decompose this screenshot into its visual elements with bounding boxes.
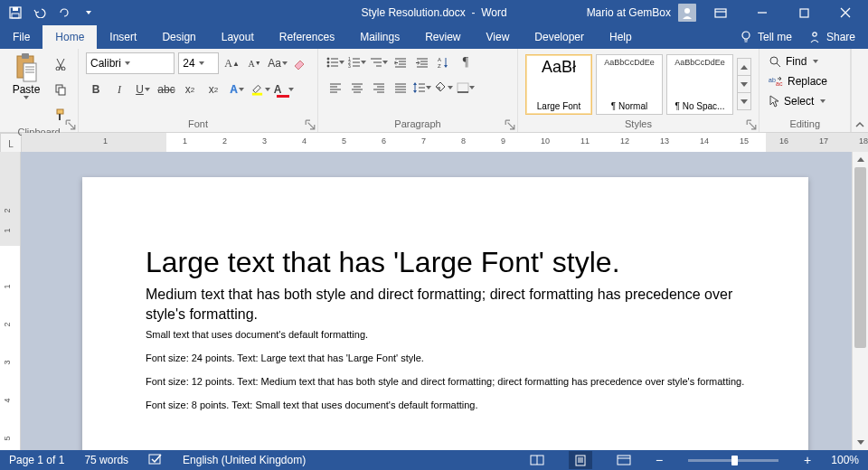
- zoom-in-button[interactable]: +: [804, 453, 811, 467]
- ribbon: Paste Clipboard Calibri 24 A▲ A▼ Aa: [0, 49, 868, 133]
- doc-paragraph[interactable]: Small text that uses document's default …: [146, 329, 745, 340]
- doc-paragraph[interactable]: Large text that has 'Large Font' style.: [146, 246, 745, 279]
- decrease-indent-button[interactable]: [391, 52, 410, 72]
- group-editing: Find abacReplace Select Editing: [760, 49, 851, 132]
- tab-layout[interactable]: Layout: [209, 25, 267, 49]
- redo-button[interactable]: [52, 1, 76, 24]
- doc-paragraph[interactable]: Medium text that has both style and dire…: [146, 285, 745, 324]
- paste-icon: [14, 52, 39, 83]
- tab-references[interactable]: References: [267, 25, 347, 49]
- increase-indent-button[interactable]: [412, 52, 432, 72]
- zoom-slider[interactable]: [688, 459, 778, 462]
- group-clipboard: Paste Clipboard: [0, 49, 79, 132]
- svg-rect-2: [12, 14, 19, 18]
- document-area: 2 1 1 2 3 4 5 Large text that has 'Large…: [0, 152, 868, 450]
- status-language[interactable]: English (United Kingdom): [183, 454, 306, 466]
- doc-paragraph[interactable]: Font size: 24 points. Text: Large text t…: [146, 352, 745, 363]
- bullets-button[interactable]: [326, 52, 345, 72]
- svg-point-77: [770, 57, 778, 64]
- tell-me[interactable]: Tell me: [740, 31, 792, 43]
- account-avatar-icon[interactable]: [678, 4, 696, 22]
- select-button[interactable]: Select: [767, 92, 843, 110]
- view-read-mode-button[interactable]: [525, 451, 549, 469]
- save-button[interactable]: [4, 1, 27, 24]
- dialog-launcher-icon[interactable]: [505, 119, 515, 130]
- shading-button[interactable]: [434, 78, 454, 98]
- change-case-button[interactable]: Aa: [268, 53, 288, 73]
- tab-design[interactable]: Design: [149, 25, 208, 49]
- document-canvas[interactable]: Large text that has 'Large Font' style. …: [21, 152, 852, 450]
- line-spacing-button[interactable]: [412, 78, 432, 98]
- align-center-button[interactable]: [347, 78, 367, 98]
- vertical-ruler[interactable]: 2 1 1 2 3 4 5: [0, 152, 21, 450]
- undo-button[interactable]: [28, 1, 52, 24]
- cut-button[interactable]: [51, 54, 71, 74]
- bold-button[interactable]: B: [86, 80, 106, 99]
- sort-button[interactable]: AZ: [434, 52, 454, 72]
- show-marks-button[interactable]: ¶: [456, 52, 476, 72]
- zoom-out-button[interactable]: −: [656, 453, 663, 467]
- svg-rect-28: [252, 93, 262, 96]
- close-button[interactable]: [828, 0, 863, 25]
- italic-button[interactable]: I: [109, 80, 129, 99]
- vertical-scrollbar[interactable]: [852, 152, 868, 450]
- horizontal-ruler[interactable]: 1123456789101112131415161718: [22, 133, 868, 153]
- styles-more[interactable]: [737, 59, 751, 110]
- scrollbar-thumb[interactable]: [854, 167, 866, 348]
- doc-paragraph[interactable]: Font size: 12 points. Text: Medium text …: [146, 376, 745, 387]
- replace-button[interactable]: abacReplace: [767, 72, 843, 90]
- shrink-font-button[interactable]: A▼: [245, 53, 264, 73]
- font-size-combo[interactable]: 24: [178, 52, 219, 74]
- dialog-launcher-icon[interactable]: [65, 119, 76, 130]
- strikethrough-button[interactable]: abc: [156, 80, 176, 99]
- clear-formatting-button[interactable]: [291, 53, 310, 73]
- tab-view[interactable]: View: [474, 25, 523, 49]
- view-print-layout-button[interactable]: [569, 451, 592, 469]
- multilevel-list-button[interactable]: [369, 52, 389, 72]
- status-proofing-icon[interactable]: [148, 453, 163, 468]
- status-page[interactable]: Page 1 of 1: [9, 454, 64, 466]
- tab-insert[interactable]: Insert: [97, 25, 149, 49]
- dialog-launcher-icon[interactable]: [746, 119, 757, 130]
- status-word-count[interactable]: 75 words: [84, 454, 128, 466]
- ribbon-display-options[interactable]: [703, 0, 738, 25]
- grow-font-button[interactable]: A▲: [222, 53, 241, 73]
- style-card[interactable]: AaBbCcDdEe¶ No Spac...: [666, 54, 733, 115]
- zoom-level[interactable]: 100%: [831, 454, 859, 466]
- minimize-button[interactable]: [745, 0, 779, 25]
- view-web-layout-button[interactable]: [612, 451, 636, 469]
- underline-button[interactable]: U: [133, 80, 153, 99]
- borders-button[interactable]: [456, 78, 476, 98]
- font-name-combo[interactable]: Calibri: [86, 52, 175, 74]
- tab-help[interactable]: Help: [597, 25, 645, 49]
- tab-developer[interactable]: Developer: [522, 25, 597, 49]
- highlight-button[interactable]: [250, 80, 270, 99]
- align-left-button[interactable]: [326, 78, 345, 98]
- account-user-label[interactable]: Mario at GemBox: [587, 6, 671, 19]
- tab-mailings[interactable]: Mailings: [347, 25, 412, 49]
- share-button[interactable]: Share: [808, 31, 855, 43]
- justify-button[interactable]: [391, 78, 410, 98]
- text-effects-button[interactable]: A: [227, 80, 247, 99]
- find-button[interactable]: Find: [767, 52, 843, 70]
- numbering-button[interactable]: 123: [347, 52, 367, 72]
- dialog-launcher-icon[interactable]: [305, 119, 316, 130]
- scroll-down-button[interactable]: [853, 435, 868, 450]
- tab-review[interactable]: Review: [412, 25, 473, 49]
- superscript-button[interactable]: x2: [203, 80, 223, 99]
- doc-paragraph[interactable]: Font size: 8 points. Text: Small text th…: [146, 400, 745, 410]
- tab-file[interactable]: File: [0, 25, 42, 49]
- copy-button[interactable]: [51, 80, 71, 99]
- style-card[interactable]: AaBłLarge Font: [525, 54, 592, 115]
- collapse-ribbon-button[interactable]: [851, 49, 868, 132]
- subscript-button[interactable]: x2: [180, 80, 200, 99]
- style-card[interactable]: AaBbCcDdEe¶ Normal: [596, 54, 663, 115]
- qat-customize[interactable]: [77, 1, 100, 24]
- align-right-button[interactable]: [369, 78, 389, 98]
- maximize-button[interactable]: [787, 0, 821, 25]
- paste-button[interactable]: Paste: [7, 52, 45, 125]
- svg-text:Z: Z: [438, 63, 441, 69]
- font-color-button[interactable]: A: [274, 80, 294, 99]
- scroll-up-button[interactable]: [853, 152, 868, 167]
- tab-home[interactable]: Home: [42, 25, 97, 49]
